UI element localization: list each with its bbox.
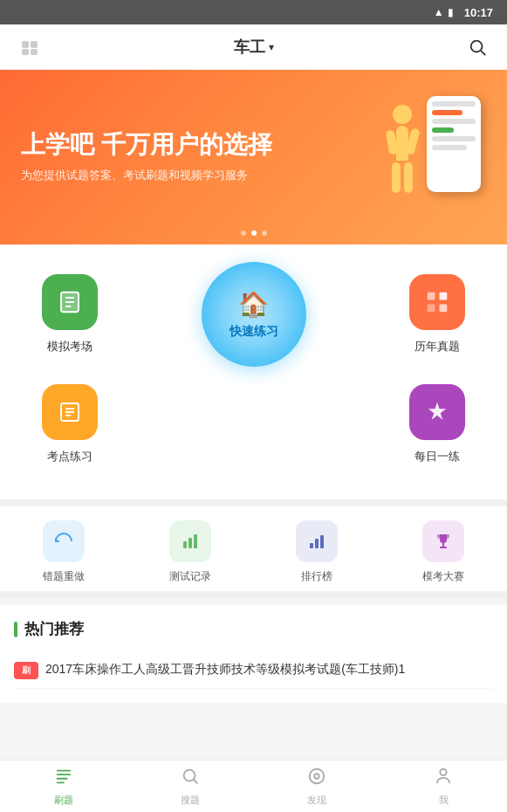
ranking-label: 排行榜: [301, 569, 332, 584]
top-navigation: 车工 ▾: [0, 24, 507, 70]
wifi-icon: ▲: [434, 6, 444, 18]
status-time: 10:17: [464, 6, 493, 19]
search-button[interactable]: [462, 31, 493, 63]
banner[interactable]: 上学吧 千万用户的选择 为您提供试题答案、考试刷题和视频学习服务: [0, 70, 507, 244]
svg-rect-21: [194, 534, 197, 548]
search-label: 搜题: [181, 794, 200, 807]
past-exam-button[interactable]: 历年真题: [376, 265, 498, 363]
test-record-button[interactable]: 测试记录: [169, 520, 211, 584]
banner-text: 上学吧 千万用户的选择 为您提供试题答案、考试刷题和视频学习服务: [21, 130, 486, 183]
banner-dot-1: [241, 231, 246, 236]
banner-dots: [241, 231, 267, 236]
me-label: 我: [439, 794, 449, 807]
quick-practice-wrap: 🏠 快速练习: [131, 262, 376, 367]
section-divider-1: [0, 499, 507, 506]
tab-drill[interactable]: 刷题: [54, 767, 73, 807]
quick-practice-icon: 🏠: [238, 290, 269, 319]
function-area: 模拟考场 🏠 快速练习 历年真题: [0, 244, 507, 499]
svg-rect-23: [315, 539, 319, 548]
svg-rect-28: [56, 774, 71, 775]
svg-rect-2: [22, 49, 29, 55]
svg-point-31: [184, 769, 195, 781]
mock-exam-icon: [42, 274, 98, 330]
svg-rect-27: [56, 769, 71, 771]
recommend-title: 热门推荐: [24, 619, 84, 639]
past-exam-icon: [409, 274, 465, 330]
function-row-bottom: 考点练习 每日一练: [9, 375, 498, 473]
recommend-bar: [14, 622, 17, 637]
key-points-icon: [42, 384, 98, 440]
banner-title: 上学吧 千万用户的选择: [21, 130, 486, 160]
svg-rect-25: [442, 543, 444, 547]
svg-rect-24: [320, 535, 324, 548]
svg-line-32: [194, 779, 198, 783]
svg-point-34: [314, 774, 319, 779]
svg-rect-22: [310, 543, 313, 548]
status-icons: ▲ ▮: [434, 6, 454, 18]
daily-practice-label: 每日一练: [415, 449, 460, 464]
banner-dot-3: [262, 231, 267, 236]
me-icon: [434, 767, 453, 791]
banner-subtitle: 为您提供试题答案、考试刷题和视频学习服务: [21, 167, 486, 184]
past-exam-label: 历年真题: [415, 339, 460, 354]
article-item[interactable]: 刷 2017车床操作工人高级工晋升技师技术等级模拟考试题(车工技师)1: [14, 651, 493, 689]
svg-rect-0: [22, 41, 29, 48]
svg-point-4: [471, 40, 483, 52]
ranking-button[interactable]: 排行榜: [296, 520, 338, 584]
svg-rect-26: [440, 547, 447, 548]
svg-point-33: [310, 768, 325, 783]
banner-dot-2: [251, 231, 257, 236]
wrong-redo-label: 错题重做: [43, 569, 85, 584]
key-points-label: 考点练习: [47, 449, 92, 464]
mock-contest-icon: [422, 520, 464, 562]
recommend-section: 热门推荐 刷 2017车床操作工人高级工晋升技师技术等级模拟考试题(车工技师)1: [0, 605, 507, 703]
quick-menu: 错题重做 测试记录 排行榜: [0, 506, 507, 591]
recommend-header: 热门推荐: [14, 619, 493, 639]
bottom-navigation: 刷题 搜题 发现 我: [0, 760, 507, 812]
mock-contest-label: 模考大赛: [422, 569, 464, 584]
article-text: 2017车床操作工人高级工晋升技师技术等级模拟考试题(车工技师)1: [45, 660, 405, 678]
svg-rect-14: [439, 305, 447, 313]
drill-label: 刷题: [54, 794, 73, 807]
svg-rect-20: [188, 538, 192, 548]
status-bar: ▲ ▮ 10:17: [0, 0, 507, 24]
wrong-redo-icon: [43, 520, 85, 562]
mock-contest-button[interactable]: 模考大赛: [422, 520, 464, 584]
mock-exam-label: 模拟考场: [47, 339, 92, 354]
quick-practice-button[interactable]: 🏠 快速练习: [202, 262, 306, 367]
svg-point-35: [441, 768, 447, 774]
nav-title-area[interactable]: 车工 ▾: [234, 37, 274, 58]
svg-line-5: [481, 51, 485, 55]
article-badge: 刷: [14, 662, 38, 679]
search-tab-icon: [181, 767, 200, 791]
chevron-down-icon: ▾: [269, 41, 274, 53]
key-points-button[interactable]: 考点练习: [9, 375, 131, 473]
daily-practice-button[interactable]: 每日一练: [376, 375, 498, 473]
drill-icon: [54, 767, 73, 791]
nav-menu-button[interactable]: [14, 31, 45, 63]
discover-icon: [307, 767, 326, 791]
mock-exam-button[interactable]: 模拟考场: [9, 265, 131, 363]
svg-rect-1: [31, 41, 38, 48]
tab-search[interactable]: 搜题: [181, 767, 200, 807]
svg-rect-3: [31, 49, 38, 55]
ranking-icon: [296, 520, 338, 562]
svg-rect-19: [183, 541, 187, 548]
wrong-redo-button[interactable]: 错题重做: [43, 520, 85, 584]
discover-label: 发现: [307, 794, 326, 807]
svg-rect-30: [56, 781, 64, 783]
function-row-top: 模拟考场 🏠 快速练习 历年真题: [9, 262, 498, 367]
article-badge-icon: 刷: [22, 664, 31, 677]
tab-discover[interactable]: 发现: [307, 767, 326, 807]
battery-icon: ▮: [448, 6, 454, 18]
tab-me[interactable]: 我: [434, 767, 453, 807]
test-record-label: 测试记录: [169, 569, 211, 584]
svg-rect-12: [439, 292, 447, 300]
test-record-icon: [169, 520, 211, 562]
section-divider-2: [0, 591, 507, 598]
svg-rect-13: [428, 305, 435, 313]
svg-rect-29: [56, 777, 67, 779]
quick-practice-label: 快速练习: [230, 324, 278, 340]
svg-rect-11: [428, 292, 435, 300]
daily-practice-icon: [409, 384, 465, 440]
